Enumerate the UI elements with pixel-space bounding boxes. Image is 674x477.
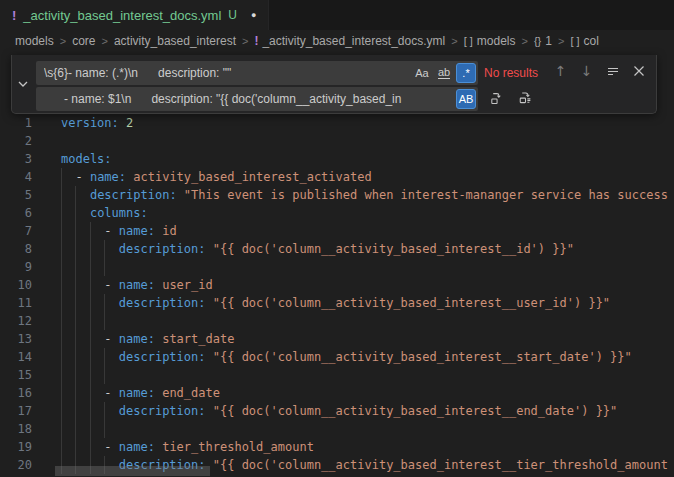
- breadcrumb-item[interactable]: models: [15, 34, 54, 48]
- regex-button[interactable]: .*: [456, 63, 476, 83]
- breadcrumb-item[interactable]: [ ]col: [570, 34, 599, 48]
- horizontal-scrollbar[interactable]: [55, 466, 210, 476]
- indent-guide: [90, 222, 91, 240]
- code-line[interactable]: 19 - name: tier_threshold_amount: [0, 438, 674, 456]
- line-number: 1: [0, 114, 32, 132]
- code-line[interactable]: 17 description: "{{ doc('column__activit…: [0, 402, 674, 420]
- symbol-array-icon: [ ]: [464, 35, 473, 47]
- code-line[interactable]: 12: [0, 312, 674, 330]
- code-line[interactable]: 3models:: [0, 150, 674, 168]
- line-number: 5: [0, 186, 32, 204]
- code-text: - name: activity_based_interest_activate…: [61, 168, 674, 186]
- chevron-down-icon: [18, 81, 28, 88]
- replace-all-button[interactable]: [515, 88, 536, 109]
- code-line[interactable]: 15: [0, 366, 674, 384]
- line-number: 16: [0, 384, 32, 402]
- modified-dot-icon[interactable]: ●: [251, 10, 256, 20]
- code-line[interactable]: 13 - name: start_date: [0, 330, 674, 348]
- breadcrumb-separator: >: [558, 35, 564, 47]
- indent-guide: [61, 240, 62, 258]
- breadcrumb-separator: >: [60, 35, 66, 47]
- tab-active-file[interactable]: ! _activity_based_interest_docs.yml U ●: [0, 0, 269, 30]
- indent-guide: [61, 402, 62, 420]
- preserve-case-label: AB: [459, 93, 474, 105]
- replace-icon: [489, 91, 504, 106]
- code-text: - name: end_date: [61, 384, 674, 402]
- code-text: - name: id: [61, 222, 674, 240]
- line-number: 14: [0, 348, 32, 366]
- indent-guide: [104, 240, 105, 258]
- symbol-array-icon: [ ]: [570, 35, 579, 47]
- yaml-file-icon: !: [12, 8, 16, 23]
- breadcrumb-item[interactable]: !_activity_based_interest_docs.yml: [254, 34, 445, 48]
- code-line[interactable]: 6 columns:: [0, 204, 674, 222]
- code-line[interactable]: 16 - name: end_date: [0, 384, 674, 402]
- code-line[interactable]: 1version: 2: [0, 114, 674, 132]
- find-in-selection-button[interactable]: [602, 60, 623, 81]
- breadcrumb-separator: >: [242, 35, 248, 47]
- line-number: 12: [0, 312, 32, 330]
- code-text: description: "{{ doc('column__activity_b…: [61, 402, 674, 420]
- git-status-badge: U: [228, 8, 237, 22]
- indent-guide: [75, 402, 76, 420]
- code-line[interactable]: 5 description: "This event is published …: [0, 186, 674, 204]
- code-text: [61, 366, 674, 384]
- code-text: description: "{{ doc('column__activity_b…: [61, 294, 674, 312]
- code-text: - name: start_date: [61, 330, 674, 348]
- indent-guide: [61, 384, 62, 402]
- replace-input[interactable]: [36, 87, 478, 111]
- indent-guide: [61, 348, 62, 366]
- breadcrumb-separator: >: [521, 35, 527, 47]
- match-case-button[interactable]: Aa: [412, 63, 432, 83]
- code-line[interactable]: 4 - name: activity_based_interest_activa…: [0, 168, 674, 186]
- code-text: description: "This event is published wh…: [61, 186, 674, 204]
- line-number: 13: [0, 330, 32, 348]
- toggle-replace-button[interactable]: [15, 76, 31, 92]
- breadcrumb-item[interactable]: activity_based_interest: [114, 34, 236, 48]
- code-line[interactable]: 11 description: "{{ doc('column__activit…: [0, 294, 674, 312]
- code-line[interactable]: 18: [0, 420, 674, 438]
- code-line[interactable]: 2: [0, 132, 674, 150]
- code-text: models:: [61, 150, 674, 168]
- indent-guide: [90, 294, 91, 312]
- breadcrumb-label: 1: [545, 34, 552, 48]
- code-line[interactable]: 10 - name: user_id: [0, 276, 674, 294]
- indent-guide: [90, 276, 91, 294]
- indent-guide: [61, 330, 62, 348]
- indent-guide: [75, 348, 76, 366]
- code-line[interactable]: 7 - name: id: [0, 222, 674, 240]
- breadcrumb-item[interactable]: [ ]models: [464, 34, 516, 48]
- code-text: [61, 312, 674, 330]
- editor-pane[interactable]: 1version: 223models:4 - name: activity_b…: [0, 52, 674, 477]
- line-number: 9: [0, 258, 32, 276]
- indent-guide: [104, 258, 105, 276]
- indent-guide: [90, 366, 91, 384]
- line-number: 6: [0, 204, 32, 222]
- code-line[interactable]: 8 description: "{{ doc('column__activity…: [0, 240, 674, 258]
- code-line[interactable]: 14 description: "{{ doc('column__activit…: [0, 348, 674, 366]
- code-line[interactable]: 9: [0, 258, 674, 276]
- indent-guide: [90, 420, 91, 438]
- breadcrumb-item[interactable]: {}1: [534, 34, 552, 48]
- find-previous-button[interactable]: ↑: [550, 60, 571, 81]
- replace-button[interactable]: [486, 88, 507, 109]
- find-next-button[interactable]: ↓: [576, 60, 597, 81]
- line-number: 19: [0, 438, 32, 456]
- breadcrumb-separator: >: [101, 35, 107, 47]
- indent-guide: [61, 168, 62, 186]
- regex-label: .*: [462, 67, 469, 79]
- close-find-button[interactable]: [628, 60, 649, 81]
- breadcrumb-label: core: [72, 34, 95, 48]
- breadcrumb-item[interactable]: core: [72, 34, 95, 48]
- line-number: 20: [0, 456, 32, 474]
- indent-guide: [75, 294, 76, 312]
- whole-word-button[interactable]: ab: [434, 63, 454, 83]
- preserve-case-button[interactable]: AB: [456, 89, 476, 109]
- line-number: 17: [0, 402, 32, 420]
- indent-guide: [75, 258, 76, 276]
- indent-guide: [61, 294, 62, 312]
- breadcrumb-label: _activity_based_interest_docs.yml: [262, 34, 445, 48]
- find-in-selection-icon: [606, 64, 620, 78]
- indent-guide: [61, 420, 62, 438]
- indent-guide: [90, 402, 91, 420]
